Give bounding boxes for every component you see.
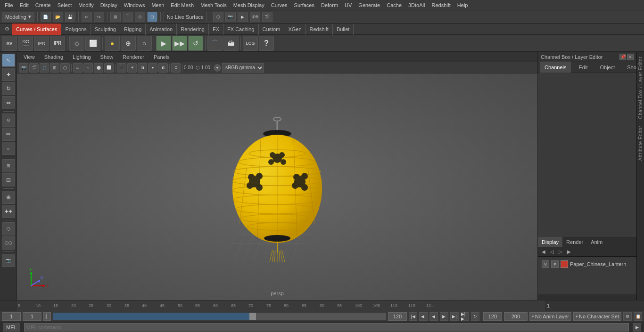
- lattice-tool-btn[interactable]: ⬡⬡: [2, 236, 15, 250]
- shelf-tab-fx[interactable]: FX: [209, 24, 223, 35]
- layer-arrow-3[interactable]: ▷: [557, 248, 564, 256]
- frame-range-bar[interactable]: [53, 313, 386, 320]
- menu-redshift[interactable]: Redshift: [429, 1, 453, 9]
- layer-row-0[interactable]: V P Paper_Chinese_Lantern: [540, 259, 635, 270]
- shelf-tab-custom[interactable]: Custom: [259, 24, 285, 35]
- playblast-btn[interactable]: 🎬: [262, 12, 272, 22]
- new-scene-btn[interactable]: 📄: [41, 12, 51, 22]
- vp-gamma-dropdown[interactable]: sRGB gamma: [222, 63, 264, 73]
- anim-end-input[interactable]: [504, 312, 528, 321]
- menu-mesh[interactable]: Mesh: [149, 1, 167, 9]
- mel-run-btn[interactable]: ▶: [633, 323, 641, 332]
- vp-wire-btn[interactable]: ⬡: [60, 63, 70, 73]
- playback-prev-btn[interactable]: ◀: [429, 312, 438, 321]
- lighting-menu[interactable]: Lighting: [70, 53, 94, 61]
- shelf-gear-icon[interactable]: ⚙: [2, 24, 12, 34]
- menu-edit-mesh[interactable]: Edit Mesh: [168, 1, 197, 9]
- workspace-dropdown[interactable]: Modeling ▾: [2, 12, 34, 22]
- edit-tab[interactable]: Edit: [574, 62, 592, 73]
- layers-render-tab[interactable]: Render: [562, 237, 587, 247]
- settings-btn[interactable]: ⚙: [623, 312, 632, 321]
- panel-close-btn[interactable]: ✕: [627, 54, 634, 60]
- shelf-tab-rendering[interactable]: Rendering: [177, 24, 209, 35]
- menu-generate[interactable]: Generate: [355, 1, 383, 9]
- playback-play-btn[interactable]: ▶: [440, 312, 448, 321]
- camera-btn[interactable]: 📷: [225, 12, 236, 22]
- menu-help[interactable]: Help: [454, 1, 471, 9]
- vp-subdiv-btn[interactable]: ⬤: [94, 63, 103, 73]
- layer-arrow-2[interactable]: ◁: [548, 248, 556, 256]
- range-end-val[interactable]: [483, 312, 502, 321]
- view-menu[interactable]: View: [21, 53, 38, 61]
- shelf-tab-polygons[interactable]: Polygons: [61, 24, 91, 35]
- vp-video-btn[interactable]: 🎬: [29, 63, 39, 73]
- undo-btn[interactable]: ↩: [82, 12, 92, 22]
- deform-tool-btn[interactable]: ⬡: [2, 222, 15, 235]
- shelf-icon-diamond[interactable]: ◇: [69, 36, 84, 51]
- shelf-tab-rigging[interactable]: Rigging: [120, 24, 146, 35]
- playback-prev-key-btn[interactable]: ◀|: [419, 312, 428, 321]
- menu-edit[interactable]: Edit: [17, 1, 32, 9]
- frame-end-input[interactable]: [388, 312, 407, 321]
- menu-cache[interactable]: Cache: [384, 1, 405, 9]
- select-mask-btn[interactable]: ⬡: [213, 12, 223, 22]
- viewport-canvas[interactable]: persp X Y Z: [17, 73, 537, 300]
- shelf-tab-redshift[interactable]: Redshift: [306, 24, 333, 35]
- menu-display[interactable]: Display: [98, 1, 120, 9]
- vp-smooth-btn[interactable]: ○: [83, 63, 93, 73]
- menu-mesh-tools[interactable]: Mesh Tools: [198, 1, 229, 9]
- vtab-channel-box[interactable]: Channel Box / Layer Editor: [637, 54, 644, 122]
- shelf-icon-log[interactable]: LOG: [243, 36, 258, 51]
- render-btn[interactable]: ▶: [238, 12, 248, 22]
- snap-view-btn[interactable]: ⊡: [147, 12, 157, 22]
- range-start-input[interactable]: [2, 312, 21, 321]
- shelf-tab-curves-surfaces[interactable]: Curves / Surfaces: [12, 24, 61, 35]
- shelf-tab-animation[interactable]: Animation: [146, 24, 177, 35]
- layer-arrow-4[interactable]: ▶: [565, 248, 573, 256]
- redo-btn[interactable]: ↪: [94, 12, 104, 22]
- shelf-icon-pr2[interactable]: ▶▶: [172, 36, 187, 51]
- playback-end-btn[interactable]: ▶|▶: [461, 312, 469, 321]
- vp-light-btn[interactable]: ☀: [127, 63, 137, 73]
- shelf-tab-sculpting[interactable]: Sculpting: [91, 24, 120, 35]
- ipr-btn[interactable]: IPR: [250, 12, 260, 22]
- move-tool-btn[interactable]: ✚: [2, 68, 15, 81]
- no-char-set-dropdown[interactable]: ▾ No Character Set: [573, 312, 621, 321]
- no-live-surface-btn[interactable]: No Live Surface: [164, 12, 207, 22]
- vp-shadow-btn[interactable]: ◑: [138, 63, 147, 73]
- shelf-tab-xgen[interactable]: XGen: [284, 24, 305, 35]
- shelf-icon-pr3[interactable]: ↺: [188, 36, 203, 51]
- shelf-icon-object1[interactable]: ⊕: [121, 36, 136, 51]
- menu-uv[interactable]: UV: [342, 1, 355, 9]
- scale-tool-btn[interactable]: ⇔: [2, 96, 15, 109]
- menu-windows[interactable]: Windows: [121, 1, 148, 9]
- vp-bounding-btn[interactable]: ⬜: [104, 63, 114, 73]
- snap-tool-btn[interactable]: ⊞: [2, 159, 15, 172]
- menu-surfaces[interactable]: Surfaces: [291, 1, 317, 9]
- menu-curves[interactable]: Curves: [268, 1, 290, 9]
- grid-tool-btn[interactable]: ⊟: [2, 173, 15, 186]
- menu-file[interactable]: File: [2, 1, 16, 9]
- vp-ao-btn[interactable]: ●: [148, 63, 157, 73]
- shelf-icon-scene[interactable]: 🏔: [223, 36, 239, 51]
- shelf-icon-object2[interactable]: ○: [137, 36, 152, 51]
- vp-gamma-icon[interactable]: ●: [214, 64, 221, 72]
- panel-pin-btn[interactable]: 📌: [619, 54, 626, 60]
- vp-xray-btn[interactable]: ⊙: [171, 63, 181, 73]
- shelf-icon-help[interactable]: ?: [259, 36, 274, 51]
- shelf-tab-bullet[interactable]: Bullet: [333, 24, 354, 35]
- snap-curve-btn[interactable]: ⌒: [123, 12, 133, 22]
- timeline-ruler[interactable]: 5 10 15 20 25 30 35 40 45 50 55 60 65 70…: [17, 300, 545, 311]
- playback-loop-btn[interactable]: ↻: [471, 312, 479, 321]
- shelf-icon-cube[interactable]: ⬜: [85, 36, 100, 51]
- layers-display-tab[interactable]: Display: [538, 237, 562, 247]
- shelf-icon-sphere[interactable]: ●: [105, 36, 120, 51]
- layers-anim-tab[interactable]: Anim: [587, 237, 606, 247]
- vp-grid-btn[interactable]: ⊞: [50, 63, 59, 73]
- rotate-tool-btn[interactable]: ↻: [2, 82, 15, 95]
- soft-tool-btn[interactable]: ✚✚: [2, 205, 15, 218]
- shelf-tab-fx-caching[interactable]: FX Caching: [223, 24, 258, 35]
- shelf-icon-video[interactable]: 🎬: [18, 36, 33, 51]
- shelf-icon-pr1[interactable]: ▶: [156, 36, 171, 51]
- menu-deform[interactable]: Deform: [318, 1, 341, 9]
